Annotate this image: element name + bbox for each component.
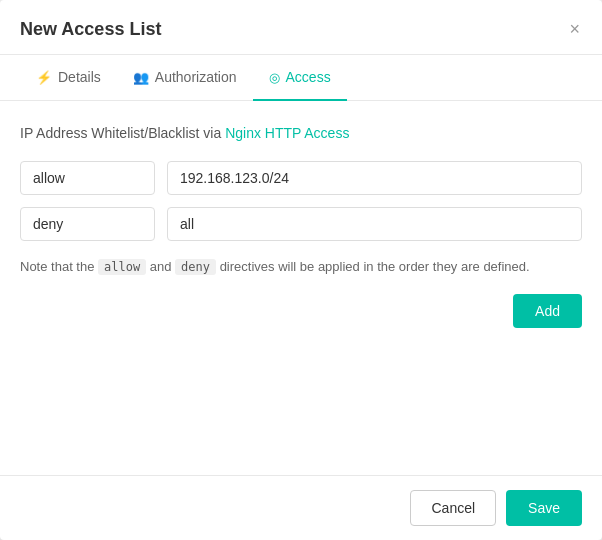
cancel-button[interactable]: Cancel bbox=[410, 490, 496, 526]
new-access-list-modal: New Access List × ⚡ Details 👥 Authorizat… bbox=[0, 0, 602, 540]
access-row-1 bbox=[20, 161, 582, 195]
access-type-input-2[interactable] bbox=[20, 207, 155, 241]
modal-body: IP Address Whitelist/Blacklist via Nginx… bbox=[0, 101, 602, 475]
modal-title: New Access List bbox=[20, 19, 161, 40]
tab-authorization[interactable]: 👥 Authorization bbox=[117, 55, 253, 101]
access-icon: ◎ bbox=[269, 70, 280, 85]
access-value-input-2[interactable] bbox=[167, 207, 582, 241]
note-allow-code: allow bbox=[98, 259, 146, 275]
description: IP Address Whitelist/Blacklist via Nginx… bbox=[20, 125, 582, 141]
authorization-icon: 👥 bbox=[133, 70, 149, 85]
tab-access[interactable]: ◎ Access bbox=[253, 55, 347, 101]
tab-details-label: Details bbox=[58, 69, 101, 85]
modal-header: New Access List × bbox=[0, 0, 602, 55]
note-suffix: directives will be applied in the order … bbox=[216, 259, 530, 274]
close-button[interactable]: × bbox=[567, 18, 582, 40]
details-icon: ⚡ bbox=[36, 70, 52, 85]
modal-footer: Cancel Save bbox=[0, 475, 602, 540]
description-prefix: IP Address Whitelist/Blacklist via bbox=[20, 125, 225, 141]
save-button[interactable]: Save bbox=[506, 490, 582, 526]
tab-bar: ⚡ Details 👥 Authorization ◎ Access bbox=[0, 55, 602, 101]
note-and: and bbox=[146, 259, 175, 274]
tab-access-label: Access bbox=[286, 69, 331, 85]
add-btn-row: Add bbox=[20, 294, 582, 328]
access-value-input-1[interactable] bbox=[167, 161, 582, 195]
tab-details[interactable]: ⚡ Details bbox=[20, 55, 117, 101]
note-deny-code: deny bbox=[175, 259, 216, 275]
add-button[interactable]: Add bbox=[513, 294, 582, 328]
nginx-http-access-link[interactable]: Nginx HTTP Access bbox=[225, 125, 349, 141]
note: Note that the allow and deny directives … bbox=[20, 257, 582, 278]
tab-authorization-label: Authorization bbox=[155, 69, 237, 85]
access-type-input-1[interactable] bbox=[20, 161, 155, 195]
note-prefix: Note that the bbox=[20, 259, 98, 274]
access-row-2 bbox=[20, 207, 582, 241]
